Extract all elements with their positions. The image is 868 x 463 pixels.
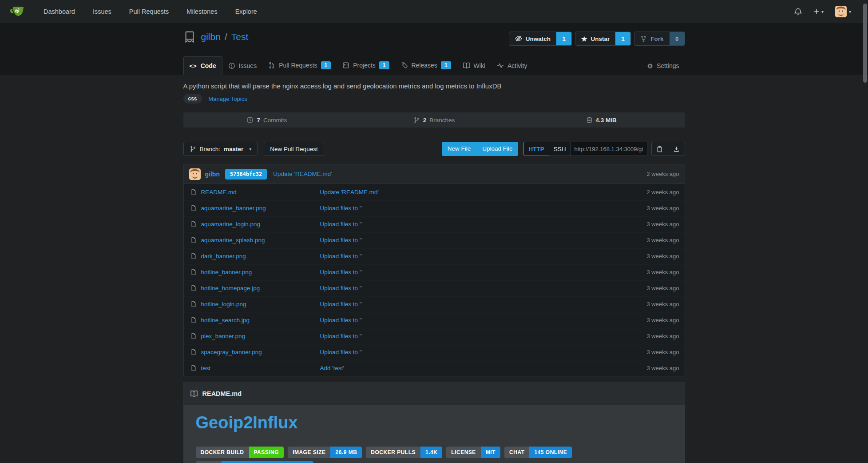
- file-commit-message-link[interactable]: Upload files to '': [320, 253, 362, 259]
- gitea-logo-icon[interactable]: [10, 4, 24, 19]
- repo-name-link[interactable]: Test: [231, 32, 249, 42]
- file-commit-message-link[interactable]: Upload files to '': [320, 333, 362, 339]
- file-commit-message-link[interactable]: Update 'README.md': [320, 189, 379, 196]
- tab-issues[interactable]: Issues: [222, 57, 262, 75]
- table-row: plex_banner.png Upload files to '' 3 wee…: [184, 328, 685, 344]
- notifications-bell-icon[interactable]: [794, 8, 802, 16]
- unwatch-button[interactable]: Unwatch 1: [509, 32, 572, 46]
- file-name-link[interactable]: hotline_homepage.jpg: [201, 285, 320, 291]
- nav-item-dashboard[interactable]: Dashboard: [44, 8, 75, 15]
- activity-pulse-icon: [497, 62, 504, 69]
- file-name-link[interactable]: hotline_banner.png: [201, 269, 320, 275]
- commit-message-link[interactable]: Update 'README.md': [273, 171, 332, 177]
- file-name-link[interactable]: dark_banner.png: [201, 253, 320, 259]
- tab-projects[interactable]: Projects 1: [337, 56, 395, 75]
- http-protocol-button[interactable]: HTTP: [523, 142, 549, 156]
- tab-activity[interactable]: Activity: [491, 57, 533, 75]
- new-file-button[interactable]: New File: [442, 142, 477, 156]
- readme-badge[interactable]: IMAGE SIZE 26.9 MB: [288, 447, 362, 458]
- file-icon: [190, 301, 197, 307]
- commit-author-link[interactable]: gilbn: [205, 171, 220, 178]
- unstar-button[interactable]: ★ Unstar 1: [575, 32, 631, 46]
- file-commit-message-link[interactable]: Upload files to '': [320, 317, 362, 323]
- create-new-button[interactable]: +▾: [814, 6, 824, 17]
- file-icon: [190, 365, 197, 371]
- file-name-link[interactable]: aquamarine_login.png: [201, 221, 320, 228]
- ssh-protocol-button[interactable]: SSH: [549, 142, 571, 156]
- file-icon: [190, 333, 197, 339]
- file-commit-message-link[interactable]: Upload files to '': [320, 221, 362, 228]
- commit-hash-badge[interactable]: 57384bfc32: [225, 169, 267, 180]
- readme-badge[interactable]: BLOG TECHNICALRAMBLINGS.COM: [196, 461, 313, 463]
- open-book-icon: [190, 390, 198, 398]
- page-scrollbar[interactable]: [863, 4, 867, 83]
- file-icon: [190, 317, 197, 323]
- topics-row: css Manage Topics: [183, 94, 685, 104]
- file-commit-message-link[interactable]: Upload files to '': [320, 285, 362, 291]
- file-age: 3 weeks ago: [647, 301, 679, 307]
- readme-badge[interactable]: CHAT 145 ONLINE: [504, 447, 572, 458]
- readme-badge[interactable]: DOCKER PULLS 1.4K: [366, 447, 442, 458]
- topic-badge-css[interactable]: css: [183, 94, 202, 104]
- file-name-link[interactable]: aquamarine_banner.png: [201, 205, 320, 212]
- readme-badge[interactable]: LICENSE MIT: [446, 447, 500, 458]
- fork-icon: [640, 36, 647, 42]
- file-name-link[interactable]: plex_banner.png: [201, 333, 320, 339]
- file-age: 3 weeks ago: [647, 365, 679, 371]
- file-name-link[interactable]: spacegray_banner.png: [201, 349, 320, 355]
- latest-commit-row: gilbn 57384bfc32 Update 'README.md' 2 we…: [184, 164, 685, 184]
- file-commit-message-link[interactable]: Upload files to '': [320, 205, 362, 212]
- file-name-link[interactable]: README.md: [201, 189, 320, 196]
- breadcrumb: gilbn/Test: [201, 32, 249, 42]
- new-pull-request-button[interactable]: New Pull Request: [264, 142, 324, 156]
- file-commit-message-link[interactable]: Add 'test': [320, 365, 345, 371]
- file-name-link[interactable]: hotline_login.png: [201, 301, 320, 307]
- file-name-link[interactable]: hotline_search.jpg: [201, 317, 320, 323]
- nav-item-issues[interactable]: Issues: [93, 8, 111, 15]
- tab-settings[interactable]: ⚙ Settings: [641, 57, 685, 75]
- file-age: 3 weeks ago: [647, 221, 679, 228]
- manage-topics-link[interactable]: Manage Topics: [209, 96, 247, 102]
- divider: [196, 441, 673, 441]
- upload-file-button[interactable]: Upload File: [476, 142, 518, 156]
- navbar-right: +▾ ▾: [782, 6, 858, 17]
- star-count-badge[interactable]: 1: [615, 32, 630, 45]
- user-avatar: [835, 6, 847, 17]
- readme-filename: README.md: [202, 390, 242, 397]
- file-name-link[interactable]: test: [201, 365, 320, 371]
- file-commit-message-link[interactable]: Upload files to '': [320, 349, 362, 355]
- badge-value: 145 ONLINE: [529, 447, 572, 458]
- tab-wiki[interactable]: Wiki: [457, 56, 491, 75]
- fork-button[interactable]: Fork 0: [634, 32, 685, 46]
- readme-header-bar: README.md: [183, 382, 685, 405]
- table-row: hotline_search.jpg Upload files to '' 3 …: [184, 312, 685, 328]
- file-commit-message-link[interactable]: Upload files to '': [320, 301, 362, 307]
- badge-value: MIT: [481, 447, 500, 458]
- repo-owner-link[interactable]: gilbn: [201, 32, 221, 42]
- readme-badge[interactable]: DOCKER BUILD PASSING: [196, 447, 284, 458]
- fork-count-badge[interactable]: 0: [670, 32, 685, 45]
- file-commit-message-link[interactable]: Upload files to '': [320, 237, 362, 243]
- tab-code[interactable]: <> Code: [183, 56, 222, 75]
- nav-item-milestones[interactable]: Milestones: [186, 8, 217, 15]
- commits-stat[interactable]: 7Commits: [183, 112, 351, 128]
- nav-item-explore[interactable]: Explore: [235, 8, 257, 15]
- table-row: aquamarine_login.png Upload files to '' …: [184, 216, 685, 232]
- clone-url-input[interactable]: [571, 142, 647, 156]
- watch-count-badge[interactable]: 1: [556, 32, 571, 45]
- file-rows: README.md Update 'README.md' 2 weeks ago…: [184, 184, 685, 376]
- file-name-link[interactable]: aquamarine_splash.png: [201, 237, 320, 243]
- repo-tabs: <> Code Issues Pull Requests 1: [183, 56, 685, 75]
- user-menu[interactable]: ▾: [835, 6, 851, 17]
- commit-author-avatar[interactable]: [189, 168, 201, 180]
- branches-stat[interactable]: 2Branches: [350, 112, 518, 128]
- tab-pull-requests[interactable]: Pull Requests 1: [262, 56, 337, 75]
- repo-actions: Unwatch 1 ★ Unstar 1 Fork: [509, 32, 685, 46]
- download-button[interactable]: [668, 142, 685, 156]
- nav-item-pull-requests[interactable]: Pull Requests: [129, 8, 169, 15]
- branch-selector[interactable]: Branch:master ▾: [183, 142, 258, 156]
- file-action-buttons: New File Upload File: [442, 142, 519, 156]
- file-commit-message-link[interactable]: Upload files to '': [320, 269, 362, 275]
- tab-releases[interactable]: Releases 1: [395, 56, 457, 75]
- copy-clipboard-button[interactable]: [651, 142, 668, 156]
